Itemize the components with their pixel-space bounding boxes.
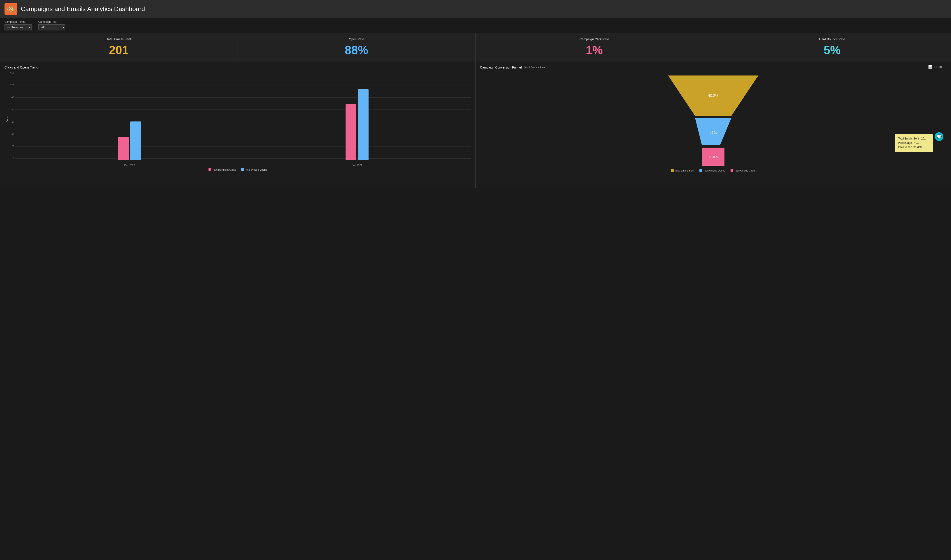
bars-area [16, 72, 471, 160]
bar-jan2021-clicks[interactable] [346, 104, 356, 160]
kpi-click-rate: Campaign Click Rate 1% [476, 33, 713, 62]
legend-box-pink [209, 168, 211, 171]
x-label-jan2021: Jan 2021 [352, 164, 362, 166]
chat-bubble-button[interactable]: 💬 [935, 132, 943, 141]
funnel-chart-legend: Total Emails Sent Total Unique Opens Tot… [480, 169, 947, 172]
legend-label-opens: Total Unique Opens [245, 168, 267, 171]
bar-dec2020-clicks[interactable] [118, 137, 129, 160]
bar-group-jan2021 [346, 89, 369, 160]
legend-label-clicks: Total Recipient Clicks [212, 168, 236, 171]
bar-chart-legend: Total Recipient Clicks Total Unique Open… [5, 168, 471, 171]
bar-chart: 140 120 100 80 [9, 72, 471, 166]
funnel-legend-clicks: Total Unique Clicks [731, 169, 756, 172]
legend-recipient-clicks: Total Recipient Clicks [209, 168, 236, 171]
svg-text:41%: 41% [709, 131, 717, 135]
funnel-legend-box-yellow [671, 169, 674, 172]
funnel-legend-box-blue [699, 169, 702, 172]
funnel-chart-title: Campaign Conversion Funnel [480, 66, 522, 69]
kpi-total-emails: Total Emails Sent 201 [0, 33, 238, 62]
filters-bar: Campaign Period: --- Select --- Last 30 … [0, 18, 951, 33]
x-label-dec2020: Dec 2020 [125, 164, 135, 166]
app-logo: 🐵 [5, 3, 17, 15]
export-icon[interactable]: ⬡ [934, 65, 937, 69]
funnel-legend-label-clicks: Total Unique Clicks [734, 169, 756, 172]
funnel-legend-emails: Total Emails Sent [671, 169, 694, 172]
funnel-toolbar-icons: 📊 ⬡ ⬢ ⋮ [928, 65, 947, 69]
bar-group-dec2020 [118, 122, 141, 160]
x-labels: Dec 2020 Jan 2021 [16, 164, 471, 166]
expand-icon[interactable]: ⬢ [939, 65, 942, 69]
title-filter-label: Campaign Title: [38, 20, 65, 23]
tooltip-line3: Click to see the data [898, 145, 929, 149]
kpi-total-emails-value: 201 [5, 43, 233, 57]
funnel-svg: 40.2% 41% 18.8% [655, 71, 772, 168]
kpi-bounce-rate-label: Hard Bounce Rate [718, 37, 946, 41]
kpi-open-rate-label: Open Rate [242, 37, 471, 41]
bar-chart-panel: Clicks and Opens Trend Count 140 120 100 [0, 62, 476, 188]
bar-dec2020-opens[interactable] [130, 122, 141, 160]
funnel-chart-panel: Campaign Conversion Funnel Hard Bounce R… [476, 62, 951, 188]
bar-jan2021-opens[interactable] [358, 89, 369, 160]
page-title: Campaigns and Emails Analytics Dashboard [21, 5, 145, 12]
period-filter-group: Campaign Period: --- Select --- Last 30 … [5, 20, 32, 31]
funnel-legend-label-opens: Total Unique Opens [703, 169, 725, 172]
title-select[interactable]: All Dec 2020 Jan 2021 [38, 24, 65, 31]
funnel-svg-wrapper: 40.2% 41% 18.8% Total Emails Sent : 201 … [480, 71, 947, 168]
funnel-legend-opens: Total Unique Opens [699, 169, 725, 172]
svg-text:18.8%: 18.8% [709, 155, 718, 158]
kpi-open-rate: Open Rate 88% [238, 33, 476, 62]
kpi-bounce-rate: Hard Bounce Rate 5% [713, 33, 951, 62]
bar-chart-title: Clicks and Opens Trend [5, 66, 471, 69]
charts-row: Clicks and Opens Trend Count 140 120 100 [0, 62, 951, 188]
svg-text:40.2%: 40.2% [708, 94, 719, 98]
funnel-legend-box-pink [731, 169, 733, 172]
funnel-tooltip: Total Emails Sent : 201 Percentage : 40.… [895, 134, 933, 152]
kpi-bounce-rate-value: 5% [718, 43, 946, 57]
period-select[interactable]: --- Select --- Last 30 Days Last 90 Days… [5, 24, 32, 31]
funnel-chart-subtitle: Hard Bounce Rate [525, 66, 545, 69]
kpi-row: Total Emails Sent 201 Open Rate 88% Camp… [0, 33, 951, 62]
tooltip-line2: Percentage : 40.2 [898, 141, 929, 145]
more-options-icon[interactable]: ⋮ [944, 65, 947, 69]
header: 🐵 Campaigns and Emails Analytics Dashboa… [0, 0, 951, 18]
kpi-open-rate-value: 88% [242, 43, 471, 57]
y-axis-label: Count [5, 116, 9, 122]
kpi-click-rate-value: 1% [480, 43, 709, 57]
title-filter-group: Campaign Title: All Dec 2020 Jan 2021 [38, 20, 65, 31]
funnel-header: Campaign Conversion Funnel Hard Bounce R… [480, 66, 947, 69]
legend-unique-opens: Total Unique Opens [241, 168, 267, 171]
kpi-total-emails-label: Total Emails Sent [5, 37, 233, 41]
bar-chart-icon[interactable]: 📊 [928, 65, 932, 69]
legend-box-blue [241, 168, 244, 171]
kpi-click-rate-label: Campaign Click Rate [480, 37, 709, 41]
bar-chart-container: Count 140 120 100 [5, 72, 471, 166]
funnel-legend-label-emails: Total Emails Sent [675, 169, 694, 172]
period-filter-label: Campaign Period: [5, 20, 32, 23]
tooltip-line1: Total Emails Sent : 201 [898, 137, 929, 141]
